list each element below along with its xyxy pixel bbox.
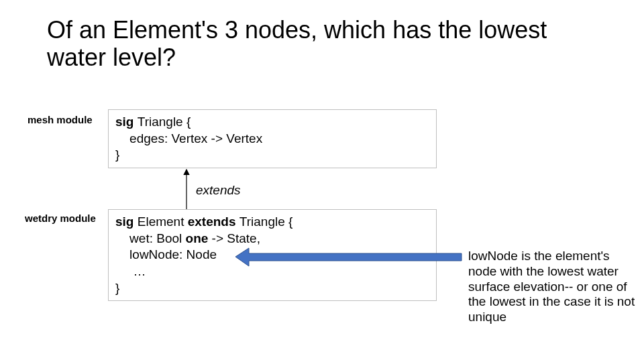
keyword-one: one [186, 231, 212, 245]
code-line: edges: Vertex -> Vertex [115, 131, 429, 147]
code-line: } [115, 147, 429, 164]
annotation-text: lowNode is the element's node with the l… [468, 249, 639, 325]
keyword-extends: extends [188, 215, 239, 229]
code-text: Element [138, 215, 188, 229]
code-text: Triangle { [239, 215, 293, 229]
code-text: Triangle { [138, 115, 191, 129]
slide-title: Of an Element's 3 nodes, which has the l… [47, 16, 597, 72]
wetdry-module-label: wetdry module [25, 213, 96, 224]
mesh-module-label: mesh module [28, 114, 93, 125]
code-text: wet: Bool [115, 231, 186, 245]
slide: Of an Element's 3 nodes, which has the l… [0, 0, 644, 362]
keyword-sig: sig [115, 115, 138, 129]
code-line: wet: Bool one -> State, [115, 231, 429, 247]
triangle-codebox: sig Triangle { edges: Vertex -> Vertex } [108, 109, 437, 168]
code-line: } [115, 280, 429, 297]
code-line: … [115, 263, 429, 280]
code-line: lowNode: Node [115, 247, 429, 263]
extends-label: extends [196, 183, 241, 198]
code-text: -> State, [212, 231, 260, 245]
keyword-sig: sig [115, 215, 138, 229]
element-codebox: sig Element extends Triangle { wet: Bool… [108, 209, 437, 301]
code-line: sig Element extends Triangle { [115, 214, 429, 231]
code-line: sig Triangle { [115, 114, 429, 131]
